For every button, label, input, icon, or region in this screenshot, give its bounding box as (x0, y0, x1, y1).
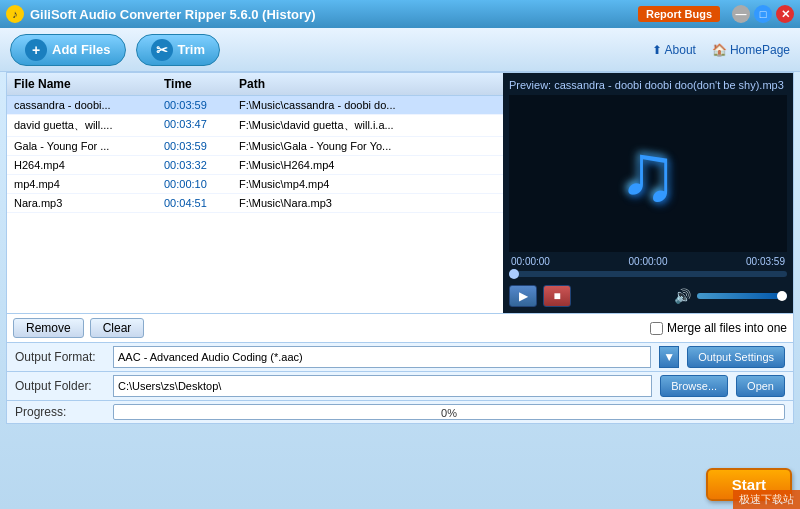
output-folder-label: Output Folder: (15, 379, 105, 393)
list-controls-row: Remove Clear Merge all files into one (7, 313, 793, 342)
volume-handle[interactable] (777, 291, 787, 301)
trim-icon: ✂ (151, 39, 173, 61)
file-list-header: File Name Time Path (7, 73, 503, 96)
output-folder-input[interactable] (113, 375, 652, 397)
file-name: mp4.mp4 (11, 177, 161, 191)
title-bar: ♪ GiliSoft Audio Converter Ripper 5.6.0 … (0, 0, 800, 28)
output-format-row: Output Format: ▼ Output Settings (7, 342, 793, 371)
seek-bar[interactable] (509, 271, 787, 277)
col-filename: File Name (11, 76, 161, 92)
output-settings-button[interactable]: Output Settings (687, 346, 785, 368)
table-row[interactable]: Nara.mp3 00:04:51 F:\Music\Nara.mp3 (7, 194, 503, 213)
progress-bar: 0% (113, 404, 785, 420)
music-note-icon: ♫ (618, 127, 678, 219)
merge-checkbox[interactable] (650, 322, 663, 335)
output-format-dropdown[interactable]: ▼ (659, 346, 679, 368)
file-list-body[interactable]: cassandra - doobi... 00:03:59 F:\Music\c… (7, 96, 503, 313)
file-name: cassandra - doobi... (11, 98, 161, 112)
col-time: Time (161, 76, 236, 92)
report-bugs-button[interactable]: Report Bugs (638, 6, 720, 22)
file-time: 00:03:32 (161, 158, 236, 172)
progress-text: 0% (114, 405, 784, 420)
content-area: File Name Time Path cassandra - doobi...… (6, 72, 794, 424)
output-folder-row: Output Folder: Browse... Open (7, 371, 793, 400)
toolbar: + Add Files ✂ Trim ⬆ About 🏠 HomePage (0, 28, 800, 72)
file-time: 00:04:51 (161, 196, 236, 210)
app-icon: ♪ (6, 5, 24, 23)
open-button[interactable]: Open (736, 375, 785, 397)
file-name: H264.mp4 (11, 158, 161, 172)
table-row[interactable]: cassandra - doobi... 00:03:59 F:\Music\c… (7, 96, 503, 115)
file-path: F:\Music\Nara.mp3 (236, 196, 499, 210)
file-time: 00:03:59 (161, 98, 236, 112)
preview-title: Preview: cassandra - doobi doobi doo(don… (509, 79, 787, 91)
minimize-button[interactable]: — (732, 5, 750, 23)
list-and-preview: File Name Time Path cassandra - doobi...… (7, 73, 793, 313)
volume-bar[interactable] (697, 293, 788, 299)
time-start: 00:00:00 (511, 256, 550, 267)
add-files-icon: + (25, 39, 47, 61)
close-button[interactable]: ✕ (776, 5, 794, 23)
watermark: 极速下载站 (733, 490, 800, 509)
file-path: F:\Music\mp4.mp4 (236, 177, 499, 191)
add-files-button[interactable]: + Add Files (10, 34, 126, 66)
file-name: Nara.mp3 (11, 196, 161, 210)
table-row[interactable]: H264.mp4 00:03:32 F:\Music\H264.mp4 (7, 156, 503, 175)
file-path: F:\Music\cassandra - doobi do... (236, 98, 499, 112)
preview-area: Preview: cassandra - doobi doobi doo(don… (503, 73, 793, 313)
file-time: 00:03:47 (161, 117, 236, 134)
play-button[interactable]: ▶ (509, 285, 537, 307)
file-path: F:\Music\Gala - Young For Yo... (236, 139, 499, 153)
table-row[interactable]: mp4.mp4 00:00:10 F:\Music\mp4.mp4 (7, 175, 503, 194)
table-row[interactable]: david guetta、will.... 00:03:47 F:\Music\… (7, 115, 503, 137)
about-link[interactable]: ⬆ About (652, 43, 696, 57)
file-name: Gala - Young For ... (11, 139, 161, 153)
time-mid: 00:00:00 (629, 256, 668, 267)
preview-video: ♫ (509, 95, 787, 252)
clear-button[interactable]: Clear (90, 318, 145, 338)
stop-button[interactable]: ■ (543, 285, 571, 307)
table-row[interactable]: Gala - Young For ... 00:03:59 F:\Music\G… (7, 137, 503, 156)
about-icon: ⬆ (652, 43, 662, 57)
remove-button[interactable]: Remove (13, 318, 84, 338)
col-path: Path (236, 76, 499, 92)
home-icon: 🏠 (712, 43, 727, 57)
progress-row: Progress: 0% Start (7, 400, 793, 423)
seek-handle[interactable] (509, 269, 519, 279)
file-time: 00:00:10 (161, 177, 236, 191)
file-name: david guetta、will.... (11, 117, 161, 134)
output-format-label: Output Format: (15, 350, 105, 364)
browse-button[interactable]: Browse... (660, 375, 728, 397)
top-links: ⬆ About 🏠 HomePage (652, 43, 790, 57)
file-path: F:\Music\david guetta、will.i.a... (236, 117, 499, 134)
volume-icon: 🔊 (674, 288, 691, 304)
time-end: 00:03:59 (746, 256, 785, 267)
maximize-button[interactable]: □ (754, 5, 772, 23)
output-format-input[interactable] (113, 346, 651, 368)
merge-label[interactable]: Merge all files into one (650, 321, 787, 335)
time-bar: 00:00:00 00:00:00 00:03:59 (509, 256, 787, 267)
app-title: GiliSoft Audio Converter Ripper 5.6.0 (H… (30, 7, 638, 22)
file-list-section: File Name Time Path cassandra - doobi...… (7, 73, 503, 313)
progress-label: Progress: (15, 405, 105, 419)
trim-button[interactable]: ✂ Trim (136, 34, 220, 66)
controls-row: ▶ ■ 🔊 (509, 285, 787, 307)
homepage-link[interactable]: 🏠 HomePage (712, 43, 790, 57)
file-path: F:\Music\H264.mp4 (236, 158, 499, 172)
file-time: 00:03:59 (161, 139, 236, 153)
